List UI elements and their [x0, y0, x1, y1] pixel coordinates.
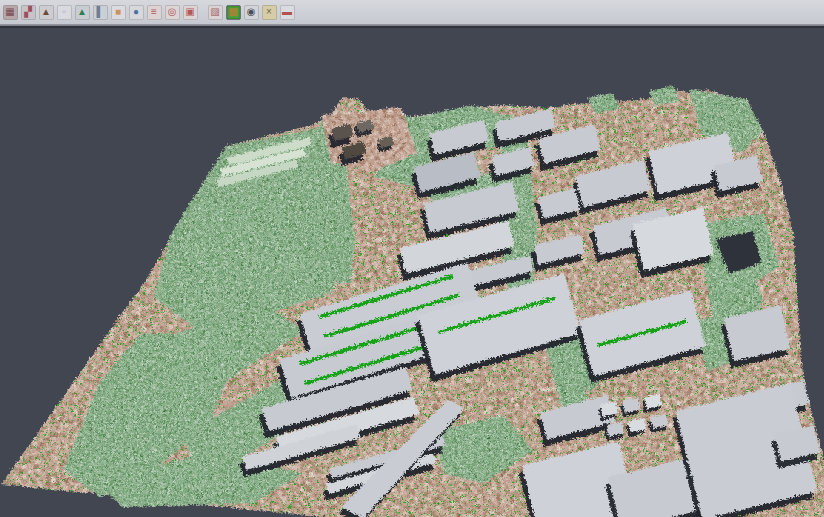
classification-palette-icon[interactable]: ▩ [226, 5, 241, 20]
ortho-tile-icon[interactable]: ■ [111, 5, 126, 20]
toolbar-separator [199, 5, 206, 20]
vegetation-hill-icon[interactable]: ▲ [75, 5, 90, 20]
scatter-classes-icon[interactable]: ▞ [21, 5, 36, 20]
snapshot-camera-icon[interactable]: ◉ [244, 5, 259, 20]
histogram-red-icon[interactable]: ▬ [280, 5, 295, 20]
viewport-3d[interactable] [0, 25, 824, 517]
point-cloud-scene[interactable] [0, 28, 824, 517]
target-circle-icon[interactable]: ◎ [165, 5, 180, 20]
point-grid-icon[interactable]: ▫ [57, 5, 72, 20]
window-root: { "toolbar": { "icons": [ {"name":"class… [0, 0, 824, 517]
class-list-icon[interactable]: ≡ [147, 5, 162, 20]
profile-view-icon[interactable]: ▌ [93, 5, 108, 20]
measure-tools-icon[interactable]: × [262, 5, 277, 20]
zoom-extent-icon[interactable]: ▣ [183, 5, 198, 20]
main-toolbar: ▦▞▲▫▲▌■●≡◎▣▨▩◉×▬ [0, 0, 824, 25]
checker-selection-icon[interactable]: ▨ [208, 5, 223, 20]
classify-points-icon[interactable]: ▦ [3, 5, 18, 20]
terrain-mound-icon[interactable]: ▲ [39, 5, 54, 20]
globe-view-icon[interactable]: ● [129, 5, 144, 20]
